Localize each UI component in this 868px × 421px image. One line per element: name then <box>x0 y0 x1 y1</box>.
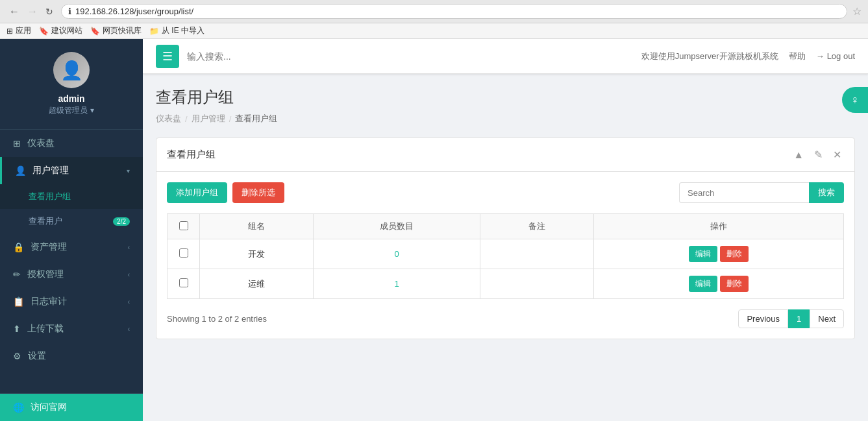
panel-edit-button[interactable]: ✎ <box>812 147 825 162</box>
previous-button[interactable]: Previous <box>738 309 788 328</box>
bookmark-apps-label: 应用 <box>16 25 31 36</box>
bookmark-suggest[interactable]: 🔖 建议网站 <box>39 25 82 36</box>
sidebar-item-auth-mgmt[interactable]: ✏ 授权管理 ‹ <box>0 261 143 288</box>
search-button[interactable]: 搜索 <box>809 182 844 203</box>
users-badge: 2/2 <box>113 217 130 226</box>
next-button[interactable]: Next <box>810 309 844 328</box>
sidebar-item-auth-mgmt-label: 授权管理 <box>27 269 121 280</box>
col-checkbox <box>167 214 200 239</box>
col-members: 成员数目 <box>313 214 480 239</box>
row1-edit-button[interactable]: 编辑 <box>689 246 717 262</box>
sidebar-username: admin <box>58 93 84 104</box>
row1-checkbox[interactable] <box>179 248 188 258</box>
delete-selected-button[interactable]: 删除所选 <box>232 182 284 203</box>
panel-actions: ▲ ✎ ✕ <box>791 147 844 162</box>
visit-site-label: 访问官网 <box>31 402 67 413</box>
sidebar-item-log-audit[interactable]: 📋 日志审计 ‹ <box>0 288 143 315</box>
dashboard-icon: ⊞ <box>13 138 21 149</box>
sidebar-role[interactable]: 超级管理员 ▾ <box>49 105 93 116</box>
bookmark-icon-1: 🔖 <box>39 27 49 36</box>
bookmark-ie[interactable]: 📁 从 IE 中导入 <box>149 25 205 36</box>
table-header-row: 组名 成员数目 备注 操作 <box>167 214 844 239</box>
address-bar[interactable]: ℹ 192.168.26.128/juser/group/list/ <box>61 4 847 19</box>
sidebar-item-asset-mgmt[interactable]: 🔒 资产管理 ‹ <box>0 234 143 261</box>
row1-name: 开发 <box>200 239 314 269</box>
user-circle-icon: ♀ <box>850 93 860 107</box>
sidebar-item-user-mgmt[interactable]: 👤 用户管理 ▾ <box>0 157 143 184</box>
forward-button[interactable]: → <box>25 5 40 19</box>
row2-ops: 编辑 删除 <box>594 269 844 299</box>
app-layout: 👤 admin 超级管理员 ▾ ⊞ 仪表盘 👤 用户管理 ▾ 查看用户组 查看用… <box>0 39 868 421</box>
page-1-button[interactable]: 1 <box>788 309 810 328</box>
sidebar-item-dashboard[interactable]: ⊞ 仪表盘 <box>0 130 143 157</box>
sidebar-nav: ⊞ 仪表盘 👤 用户管理 ▾ 查看用户组 查看用户 2/2 🔒 资产管理 ‹ <box>0 130 143 393</box>
sidebar-item-users-label: 查看用户 <box>29 215 62 227</box>
logout-arrow-icon: → <box>816 51 825 61</box>
panel-header: 查看用户组 ▲ ✎ ✕ <box>156 138 854 172</box>
data-table: 组名 成员数目 备注 操作 开发 <box>167 213 844 299</box>
panel-close-button[interactable]: ✕ <box>830 147 844 162</box>
sidebar-item-users[interactable]: 查看用户 2/2 <box>0 209 143 234</box>
breadcrumb-sep-1: / <box>185 114 188 124</box>
sidebar-item-settings[interactable]: ⚙ 设置 <box>0 343 143 370</box>
sidebar-user-section: 👤 admin 超级管理员 ▾ <box>0 39 143 130</box>
row1-members-link[interactable]: 0 <box>395 249 399 259</box>
menu-toggle-button[interactable]: ☰ <box>156 45 179 68</box>
logout-label: Log out <box>827 51 855 61</box>
row2-edit-button[interactable]: 编辑 <box>689 276 717 292</box>
reload-button[interactable]: ↻ <box>43 5 56 19</box>
breadcrumb-dashboard[interactable]: 仪表盘 <box>156 113 181 125</box>
user-mgmt-arrow: ▾ <box>127 167 130 174</box>
sidebar-item-visit-site[interactable]: 🌐 访问官网 <box>0 393 143 421</box>
top-search-input[interactable] <box>187 51 349 62</box>
row1-delete-button[interactable]: 删除 <box>720 246 749 262</box>
bookmark-star[interactable]: ☆ <box>852 5 862 18</box>
breadcrumb-user-mgmt[interactable]: 用户管理 <box>192 113 225 125</box>
floating-action-button[interactable]: ♀ <box>842 87 868 113</box>
upload-dl-arrow: ‹ <box>128 326 130 333</box>
bookmark-suggest-label: 建议网站 <box>51 25 82 36</box>
row2-delete-button[interactable]: 删除 <box>720 276 749 292</box>
row2-checkbox[interactable] <box>179 278 188 287</box>
row2-members: 1 <box>313 269 480 299</box>
sidebar-item-upload-dl-label: 上传下载 <box>27 323 121 335</box>
asset-mgmt-arrow: ‹ <box>128 244 130 251</box>
sidebar-item-user-groups-label: 查看用户组 <box>29 191 71 202</box>
row2-members-link[interactable]: 1 <box>395 279 399 289</box>
help-link[interactable]: 帮助 <box>789 51 806 62</box>
row1-note <box>480 239 594 269</box>
toolbar: 添加用户组 删除所选 搜索 <box>167 182 844 203</box>
bookmark-flash[interactable]: 🔖 网页快讯库 <box>90 25 142 36</box>
toolbar-search: 搜索 <box>679 182 844 203</box>
row1-ops: 编辑 删除 <box>594 239 844 269</box>
lock-icon: ℹ <box>68 6 71 16</box>
panel-collapse-button[interactable]: ▲ <box>791 147 806 162</box>
row1-ops-group: 编辑 删除 <box>603 246 834 262</box>
log-audit-arrow: ‹ <box>128 298 130 306</box>
browser-chrome: ← → ↻ ℹ 192.168.26.128/juser/group/list/… <box>0 0 868 23</box>
row2-ops-group: 编辑 删除 <box>603 276 834 292</box>
avatar-image: 👤 <box>53 52 90 88</box>
pagination-buttons: Previous 1 Next <box>738 309 844 328</box>
panel-body: 添加用户组 删除所选 搜索 <box>156 172 854 339</box>
sidebar-item-upload-dl[interactable]: ⬆ 上传下载 ‹ <box>0 315 143 343</box>
back-button[interactable]: ← <box>6 5 22 19</box>
table-row: 开发 0 编辑 删除 <box>167 239 844 269</box>
sidebar-item-user-groups[interactable]: 查看用户组 <box>0 184 143 209</box>
add-user-group-button[interactable]: 添加用户组 <box>167 182 227 203</box>
search-input[interactable] <box>679 182 809 203</box>
bookmark-apps[interactable]: ⊞ 应用 <box>6 25 31 36</box>
auth-mgmt-icon: ✏ <box>13 269 21 280</box>
auth-mgmt-arrow: ‹ <box>128 271 130 278</box>
log-audit-icon: 📋 <box>13 296 24 307</box>
row1-members: 0 <box>313 239 480 269</box>
page-content: ♀ 查看用户组 仪表盘 / 用户管理 / 查看用户组 查看用户组 ▲ ✎ ✕ <box>143 74 868 421</box>
row2-name: 运维 <box>200 269 314 299</box>
table-body: 开发 0 编辑 删除 <box>167 239 844 299</box>
select-all-checkbox[interactable] <box>179 221 188 230</box>
bookmark-flash-label: 网页快讯库 <box>103 25 142 36</box>
logout-button[interactable]: → Log out <box>816 51 855 61</box>
bookmark-icon-2: 🔖 <box>90 27 100 36</box>
main-panel: 查看用户组 ▲ ✎ ✕ 添加用户组 删除所选 搜索 <box>156 138 855 339</box>
breadcrumb-sep-2: / <box>229 114 232 124</box>
